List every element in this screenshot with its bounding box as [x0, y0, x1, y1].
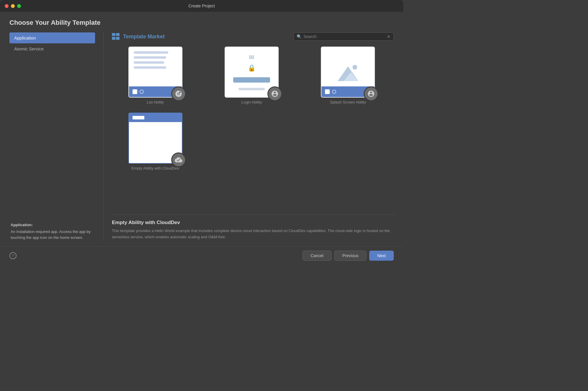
- splash-screen-badge: [364, 86, 378, 101]
- template-header: Template Market 🔍 ✕: [112, 32, 394, 41]
- sidebar: Application Atomic Service Application: …: [9, 32, 95, 240]
- list-line-3: [134, 61, 164, 64]
- template-card-empty-ability-clouddev[interactable]: Empty Ability with CloudDev: [112, 113, 199, 170]
- right-panel: Template Market 🔍 ✕: [112, 32, 394, 240]
- template-preview-list-ability: [128, 47, 182, 98]
- footer-left: ?: [9, 252, 17, 259]
- window-title: Create Project: [188, 4, 215, 8]
- list-ability-badge: [171, 86, 186, 101]
- splash-bar-circle: [332, 90, 336, 94]
- login-badge-icon: [271, 90, 279, 98]
- splash-badge-icon: [367, 90, 375, 98]
- sidebar-desc-text: An installation-required app. Access the…: [11, 229, 94, 240]
- sidebar-item-application[interactable]: Application: [9, 32, 95, 43]
- svg-point-7: [352, 65, 357, 70]
- traffic-lights: [5, 4, 21, 8]
- clouddev-badge-icon: [175, 156, 182, 164]
- search-input[interactable]: [303, 34, 385, 39]
- template-market-label: Template Market: [112, 33, 165, 40]
- template-card-splash-screen[interactable]: Splash Screen Ability: [305, 47, 391, 104]
- template-market-text: Template Market: [123, 34, 165, 40]
- selected-desc-title: Empty Ability with CloudDev: [112, 220, 394, 226]
- body-area: Application Atomic Service Application: …: [9, 32, 394, 240]
- clouddev-badge: [171, 152, 186, 167]
- svg-rect-0: [112, 33, 115, 36]
- window: Create Project Choose Your Ability Templ…: [0, 0, 403, 265]
- list-line-1: [134, 51, 169, 54]
- login-email-icon: ✉: [249, 54, 254, 61]
- topbar-white-rect: [133, 116, 144, 119]
- previous-button[interactable]: Previous: [334, 251, 366, 261]
- selected-desc-text: This template provides a Hello World exa…: [112, 228, 394, 240]
- splash-mountain-icon: [335, 62, 361, 83]
- list-line-2: [134, 56, 166, 59]
- template-preview-empty-ability-clouddev: [128, 113, 182, 164]
- templates-grid: List Ability ✉ 🔒: [112, 47, 394, 170]
- empty-ability-topbar: [129, 113, 182, 122]
- svg-rect-3: [116, 37, 120, 40]
- sidebar-divider: [103, 32, 104, 240]
- sidebar-description: Application: An installation-required ap…: [9, 217, 95, 241]
- titlebar: Create Project: [0, 0, 403, 12]
- close-button[interactable]: [5, 4, 9, 8]
- login-ability-badge: [267, 86, 282, 101]
- template-preview-login-ability: ✉ 🔒: [225, 47, 279, 98]
- help-button[interactable]: ?: [9, 252, 17, 259]
- splash-screen-name: Splash Screen Ability: [330, 100, 366, 104]
- login-lock-icon: 🔒: [248, 64, 256, 72]
- sidebar-desc-title: Application:: [11, 222, 94, 228]
- ability-badge-icon: [175, 90, 182, 98]
- list-ability-name: List Ability: [147, 100, 164, 104]
- search-icon: 🔍: [297, 34, 302, 39]
- splash-bar-square: [325, 89, 330, 94]
- svg-rect-1: [116, 33, 120, 36]
- sidebar-item-atomic-service[interactable]: Atomic Service: [9, 43, 95, 54]
- bottom-bar-square: [133, 89, 137, 94]
- svg-rect-2: [112, 37, 115, 40]
- empty-ability-clouddev-name: Empty Ability with CloudDev: [131, 166, 179, 170]
- template-card-list-ability[interactable]: List Ability: [112, 47, 199, 104]
- login-line-short: [239, 88, 264, 90]
- minimize-button[interactable]: [11, 4, 15, 8]
- page-heading: Choose Your Ability Template: [9, 19, 394, 27]
- template-card-login-ability[interactable]: ✉ 🔒: [208, 47, 295, 104]
- main-container: Choose Your Ability Template Application…: [0, 12, 403, 246]
- next-button[interactable]: Next: [369, 251, 394, 261]
- cancel-button[interactable]: Cancel: [303, 251, 331, 261]
- maximize-button[interactable]: [17, 4, 21, 8]
- list-line-4: [134, 66, 166, 69]
- footer: ? Cancel Previous Next: [0, 246, 403, 265]
- template-market-icon: [112, 33, 120, 40]
- login-btn-bar: [233, 77, 270, 83]
- selected-description: Empty Ability with CloudDev This templat…: [112, 215, 394, 240]
- templates-scroll-wrapper: List Ability ✉ 🔒: [112, 47, 394, 209]
- login-ability-name: Login Ability: [241, 100, 262, 104]
- clear-search-icon[interactable]: ✕: [387, 34, 391, 39]
- template-preview-splash-screen: [321, 47, 375, 98]
- bottom-bar-circle: [140, 90, 144, 94]
- search-box[interactable]: 🔍 ✕: [293, 32, 394, 41]
